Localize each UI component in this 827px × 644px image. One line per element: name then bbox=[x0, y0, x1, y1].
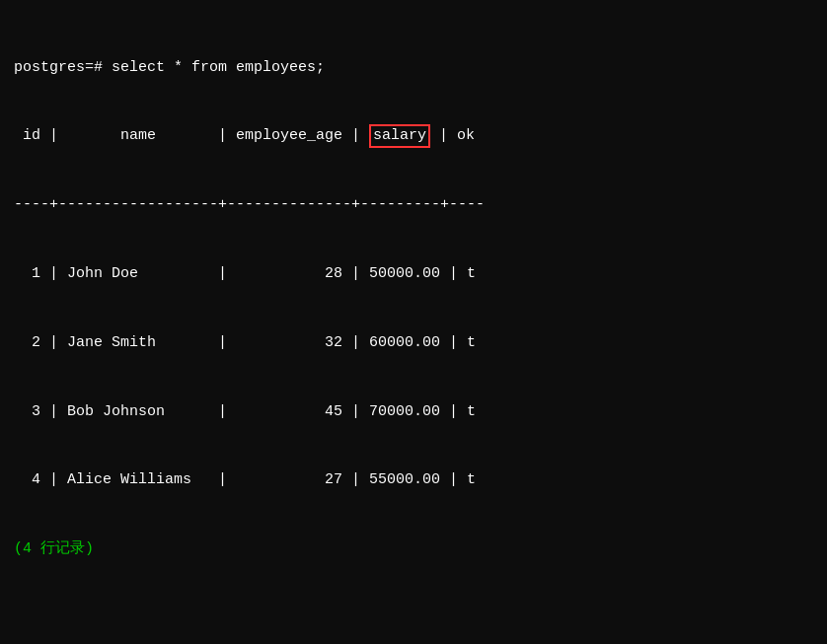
line-row2: 2 | Jane Smith | 32 | 60000.00 | t bbox=[14, 331, 813, 354]
line-separator1: ----+------------------+--------------+-… bbox=[14, 193, 813, 216]
terminal-output: postgres=# select * from employees; id |… bbox=[14, 10, 813, 644]
salary-column-highlight: salary bbox=[369, 124, 430, 148]
line-header1: id | name | employee_age | salary | ok bbox=[14, 124, 813, 148]
line-blank1 bbox=[14, 607, 813, 629]
line-row-count: (4 行记录) bbox=[14, 537, 813, 560]
line-select-query: postgres=# select * from employees; bbox=[14, 56, 813, 79]
line-row1: 1 | John Doe | 28 | 50000.00 | t bbox=[14, 262, 813, 285]
line-row4: 4 | Alice Williams | 27 | 55000.00 | t bbox=[14, 468, 813, 491]
line-row3: 3 | Bob Johnson | 45 | 70000.00 | t bbox=[14, 400, 813, 423]
